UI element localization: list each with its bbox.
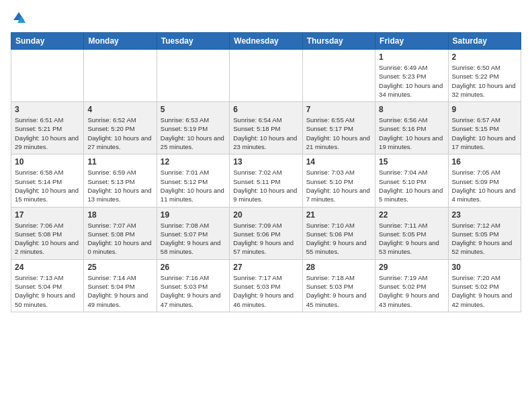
day-info: Sunrise: 6:56 AM Sunset: 5:16 PM Dayligh… (379, 116, 444, 151)
calendar-cell: 29Sunrise: 7:19 AM Sunset: 5:02 PM Dayli… (375, 259, 448, 312)
day-number: 7 (306, 105, 371, 114)
calendar-cell (157, 50, 229, 102)
calendar-cell: 4Sunrise: 6:52 AM Sunset: 5:20 PM Daylig… (84, 102, 157, 154)
logo (11, 11, 26, 24)
day-info: Sunrise: 6:52 AM Sunset: 5:20 PM Dayligh… (87, 116, 152, 151)
calendar-cell (11, 50, 84, 102)
day-info: Sunrise: 7:06 AM Sunset: 5:08 PM Dayligh… (15, 221, 80, 257)
day-number: 4 (87, 105, 152, 114)
calendar-cell: 13Sunrise: 7:02 AM Sunset: 5:11 PM Dayli… (230, 154, 302, 207)
calendar-cell: 28Sunrise: 7:18 AM Sunset: 5:03 PM Dayli… (302, 259, 375, 312)
day-info: Sunrise: 7:19 AM Sunset: 5:02 PM Dayligh… (379, 273, 444, 309)
day-number: 24 (15, 263, 80, 272)
day-number: 30 (452, 263, 517, 272)
day-number: 23 (452, 210, 517, 220)
day-number: 17 (15, 210, 80, 220)
calendar-week-5: 24Sunrise: 7:13 AM Sunset: 5:04 PM Dayli… (11, 259, 521, 312)
day-number: 19 (161, 210, 226, 220)
column-header-monday: Monday (84, 33, 157, 50)
calendar-cell: 17Sunrise: 7:06 AM Sunset: 5:08 PM Dayli… (11, 207, 84, 259)
calendar-cell: 10Sunrise: 6:58 AM Sunset: 5:14 PM Dayli… (11, 154, 84, 207)
calendar-cell: 12Sunrise: 7:01 AM Sunset: 5:12 PM Dayli… (157, 154, 229, 207)
day-number: 26 (161, 263, 226, 272)
day-info: Sunrise: 6:53 AM Sunset: 5:19 PM Dayligh… (161, 116, 226, 151)
day-number: 22 (379, 210, 444, 220)
calendar-cell: 21Sunrise: 7:10 AM Sunset: 5:06 PM Dayli… (302, 207, 375, 259)
calendar-cell: 30Sunrise: 7:20 AM Sunset: 5:02 PM Dayli… (448, 259, 521, 312)
day-info: Sunrise: 6:51 AM Sunset: 5:21 PM Dayligh… (15, 116, 80, 151)
day-number: 8 (379, 105, 444, 114)
day-info: Sunrise: 7:13 AM Sunset: 5:04 PM Dayligh… (15, 273, 80, 309)
day-info: Sunrise: 6:58 AM Sunset: 5:14 PM Dayligh… (15, 168, 80, 203)
day-info: Sunrise: 7:09 AM Sunset: 5:06 PM Dayligh… (233, 221, 298, 257)
column-header-sunday: Sunday (11, 33, 84, 50)
day-number: 9 (452, 105, 517, 114)
calendar-cell: 14Sunrise: 7:03 AM Sunset: 5:10 PM Dayli… (302, 154, 375, 207)
day-number: 6 (233, 105, 298, 114)
calendar-cell: 25Sunrise: 7:14 AM Sunset: 5:04 PM Dayli… (84, 259, 157, 312)
column-header-friday: Friday (375, 33, 448, 50)
calendar-cell: 20Sunrise: 7:09 AM Sunset: 5:06 PM Dayli… (230, 207, 302, 259)
day-number: 18 (87, 210, 152, 220)
calendar-cell (230, 50, 302, 102)
day-info: Sunrise: 6:57 AM Sunset: 5:15 PM Dayligh… (452, 116, 517, 151)
day-info: Sunrise: 7:12 AM Sunset: 5:05 PM Dayligh… (452, 221, 517, 257)
calendar-cell: 3Sunrise: 6:51 AM Sunset: 5:21 PM Daylig… (11, 102, 84, 154)
day-number: 20 (233, 210, 298, 220)
day-number: 15 (379, 157, 444, 167)
calendar-week-4: 17Sunrise: 7:06 AM Sunset: 5:08 PM Dayli… (11, 207, 521, 259)
calendar-cell: 26Sunrise: 7:16 AM Sunset: 5:03 PM Dayli… (157, 259, 229, 312)
day-info: Sunrise: 7:11 AM Sunset: 5:05 PM Dayligh… (379, 221, 444, 257)
day-info: Sunrise: 7:10 AM Sunset: 5:06 PM Dayligh… (306, 221, 371, 257)
logo-icon (12, 11, 26, 24)
calendar-cell: 16Sunrise: 7:05 AM Sunset: 5:09 PM Dayli… (448, 154, 521, 207)
calendar-cell: 2Sunrise: 6:50 AM Sunset: 5:22 PM Daylig… (448, 50, 521, 102)
calendar-week-3: 10Sunrise: 6:58 AM Sunset: 5:14 PM Dayli… (11, 154, 521, 207)
day-info: Sunrise: 7:20 AM Sunset: 5:02 PM Dayligh… (452, 273, 517, 309)
calendar-cell: 8Sunrise: 6:56 AM Sunset: 5:16 PM Daylig… (375, 102, 448, 154)
calendar-cell: 7Sunrise: 6:55 AM Sunset: 5:17 PM Daylig… (302, 102, 375, 154)
calendar-cell: 19Sunrise: 7:08 AM Sunset: 5:07 PM Dayli… (157, 207, 229, 259)
day-info: Sunrise: 7:16 AM Sunset: 5:03 PM Dayligh… (161, 273, 226, 309)
page-header (11, 11, 521, 24)
day-info: Sunrise: 7:18 AM Sunset: 5:03 PM Dayligh… (306, 273, 371, 309)
column-header-tuesday: Tuesday (157, 33, 229, 50)
day-info: Sunrise: 7:08 AM Sunset: 5:07 PM Dayligh… (161, 221, 226, 257)
day-number: 21 (306, 210, 371, 220)
day-info: Sunrise: 7:14 AM Sunset: 5:04 PM Dayligh… (87, 273, 152, 309)
column-header-saturday: Saturday (448, 33, 521, 50)
day-info: Sunrise: 7:01 AM Sunset: 5:12 PM Dayligh… (161, 168, 226, 203)
calendar-cell: 22Sunrise: 7:11 AM Sunset: 5:05 PM Dayli… (375, 207, 448, 259)
day-number: 10 (15, 157, 80, 167)
day-info: Sunrise: 6:55 AM Sunset: 5:17 PM Dayligh… (306, 116, 371, 151)
calendar-cell: 24Sunrise: 7:13 AM Sunset: 5:04 PM Dayli… (11, 259, 84, 312)
day-number: 27 (233, 263, 298, 272)
day-number: 29 (379, 263, 444, 272)
calendar-cell: 1Sunrise: 6:49 AM Sunset: 5:23 PM Daylig… (375, 50, 448, 102)
day-number: 14 (306, 157, 371, 167)
column-header-thursday: Thursday (302, 33, 375, 50)
calendar-week-1: 1Sunrise: 6:49 AM Sunset: 5:23 PM Daylig… (11, 50, 521, 102)
calendar-cell: 6Sunrise: 6:54 AM Sunset: 5:18 PM Daylig… (230, 102, 302, 154)
day-number: 3 (15, 105, 80, 114)
calendar-week-2: 3Sunrise: 6:51 AM Sunset: 5:21 PM Daylig… (11, 102, 521, 154)
calendar-cell: 5Sunrise: 6:53 AM Sunset: 5:19 PM Daylig… (157, 102, 229, 154)
day-info: Sunrise: 6:49 AM Sunset: 5:23 PM Dayligh… (379, 63, 444, 99)
day-info: Sunrise: 7:07 AM Sunset: 5:08 PM Dayligh… (87, 221, 152, 257)
day-number: 2 (452, 52, 517, 62)
day-info: Sunrise: 7:02 AM Sunset: 5:11 PM Dayligh… (233, 168, 298, 203)
day-info: Sunrise: 6:59 AM Sunset: 5:13 PM Dayligh… (87, 168, 152, 203)
calendar-cell: 15Sunrise: 7:04 AM Sunset: 5:10 PM Dayli… (375, 154, 448, 207)
calendar-cell (84, 50, 157, 102)
day-info: Sunrise: 6:50 AM Sunset: 5:22 PM Dayligh… (452, 63, 517, 99)
calendar-cell (302, 50, 375, 102)
calendar-cell: 18Sunrise: 7:07 AM Sunset: 5:08 PM Dayli… (84, 207, 157, 259)
day-info: Sunrise: 7:03 AM Sunset: 5:10 PM Dayligh… (306, 168, 371, 203)
day-info: Sunrise: 6:54 AM Sunset: 5:18 PM Dayligh… (233, 116, 298, 151)
calendar-cell: 9Sunrise: 6:57 AM Sunset: 5:15 PM Daylig… (448, 102, 521, 154)
day-number: 5 (161, 105, 226, 114)
day-number: 16 (452, 157, 517, 167)
day-number: 28 (306, 263, 371, 272)
calendar-cell: 11Sunrise: 6:59 AM Sunset: 5:13 PM Dayli… (84, 154, 157, 207)
calendar-cell: 27Sunrise: 7:17 AM Sunset: 5:03 PM Dayli… (230, 259, 302, 312)
